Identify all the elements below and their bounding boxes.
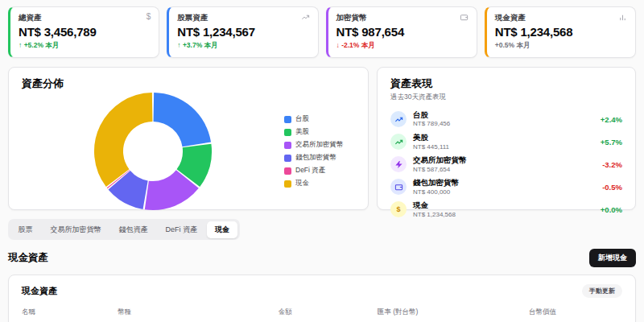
dashboard-page: 總資產 $ NT$ 3,456,789 ↑ +5.2% 本月 股票資產 NT$ … <box>0 0 644 322</box>
performance-row-wallet-crypto: 錢包加密貨幣NT$ 400,000 -0.5% <box>390 175 622 198</box>
column-header-twd-value: 台幣價值 <box>418 303 556 322</box>
chart-legend: 台股 美股 交易所加密貨幣 錢包加密貨幣 DeFi 資產 現金 <box>284 111 355 192</box>
column-header-actions <box>556 303 622 322</box>
cash-assets-table: 名稱 幣種 金額 匯率 (對台幣) 台幣價值 台幣現金 TWD 500,000 … <box>22 303 622 322</box>
bar-chart-icon <box>618 13 627 23</box>
performance-change: -0.5% <box>602 183 622 192</box>
manual-update-badge[interactable]: 手動更新 <box>582 284 622 298</box>
wallet-icon <box>460 13 469 23</box>
panel-subtitle: 過去30天資產表現 <box>390 93 622 102</box>
card-change: ↓ -2.1% 本月 <box>336 41 469 51</box>
asset-distribution-panel: 資產分佈 台股 美股 交易所加密貨幣 錢包加密貨幣 DeFi 資產 現金 <box>8 67 369 210</box>
wallet-icon <box>390 179 407 195</box>
up-arrow-icon: ↑ <box>177 41 180 49</box>
performance-row-cash: $ 現金NT$ 1,234,568 +0.0% <box>390 198 622 221</box>
legend-item: 美股 <box>284 127 355 137</box>
trending-up-icon <box>301 13 310 23</box>
performance-row-taiwan-stocks: 台股NT$ 789,456 +2.4% <box>390 108 622 130</box>
legend-swatch <box>284 129 291 136</box>
performance-row-exchange-crypto: 交易所加密貨幣NT$ 587,654 -3.2% <box>390 153 622 175</box>
column-header-currency: 幣種 <box>118 303 213 322</box>
legend-swatch <box>284 180 291 188</box>
card-label: 加密貨幣 <box>336 13 367 23</box>
stat-card-cash: 現金資產 NT$ 1,234,568 +0.5% 本月 <box>485 6 636 58</box>
tab-stocks[interactable]: 股票 <box>10 221 41 238</box>
trending-up-icon <box>390 134 407 150</box>
zap-icon <box>390 156 407 172</box>
performance-list: 台股NT$ 789,456 +2.4% 美股NT$ 445,111 +5.7% … <box>390 108 622 221</box>
legend-swatch <box>284 167 291 175</box>
performance-row-us-stocks: 美股NT$ 445,111 +5.7% <box>390 130 622 153</box>
card-change: +0.5% 本月 <box>495 41 627 51</box>
card-value: NT$ 1,234,567 <box>177 25 309 39</box>
trending-up-icon <box>390 111 407 127</box>
legend-item: 交易所加密貨幣 <box>284 140 355 150</box>
card-value: NT$ 987,654 <box>336 25 469 39</box>
stat-cards-row: 總資產 $ NT$ 3,456,789 ↑ +5.2% 本月 股票資產 NT$ … <box>8 6 636 58</box>
asset-type-tabs: 股票 交易所加密貨幣 錢包資產 DeFi 資產 現金 <box>8 219 240 240</box>
card-change: ↑ +3.7% 本月 <box>177 41 309 51</box>
legend-swatch <box>284 155 291 162</box>
dollar-icon: $ <box>147 13 151 21</box>
cash-section-heading: 現金資產 <box>8 251 48 265</box>
performance-change: +2.4% <box>601 115 622 124</box>
donut-slice-5 <box>94 93 152 187</box>
panel-title: 資產分佈 <box>22 76 355 91</box>
card-label: 現金資產 <box>495 13 526 23</box>
panel-title: 資產表現 <box>390 76 622 91</box>
legend-item: 現金 <box>284 179 355 188</box>
performance-change: +0.0% <box>601 205 622 214</box>
donut-chart <box>22 91 284 212</box>
legend-item: 台股 <box>284 114 355 124</box>
tab-defi-assets[interactable]: DeFi 資產 <box>158 221 206 238</box>
up-arrow-icon: ↑ <box>19 41 22 49</box>
stat-card-stocks: 股票資產 NT$ 1,234,567 ↑ +3.7% 本月 <box>167 6 318 58</box>
cash-card-title: 現金資產 <box>22 285 57 297</box>
tab-exchange-crypto[interactable]: 交易所加密貨幣 <box>43 221 109 238</box>
card-label: 總資產 <box>19 13 42 23</box>
cash-assets-card: 現金資產 手動更新 名稱 幣種 金額 匯率 (對台幣) 台幣價值 台幣現金 TW… <box>8 275 636 322</box>
column-header-amount: 金額 <box>214 303 292 322</box>
stat-card-crypto: 加密貨幣 NT$ 987,654 ↓ -2.1% 本月 <box>326 6 477 58</box>
add-cash-button[interactable]: 新增現金 <box>589 249 636 267</box>
column-header-name: 名稱 <box>22 303 118 322</box>
legend-swatch <box>284 142 291 149</box>
card-value: NT$ 3,456,789 <box>19 25 151 39</box>
tab-cash[interactable]: 現金 <box>207 221 237 238</box>
stat-card-total-assets: 總資產 $ NT$ 3,456,789 ↑ +5.2% 本月 <box>8 6 159 58</box>
column-header-rate: 匯率 (對台幣) <box>292 303 419 322</box>
legend-item: DeFi 資產 <box>284 166 355 175</box>
asset-performance-panel: 資產表現 過去30天資產表現 台股NT$ 789,456 +2.4% 美股NT$… <box>377 67 636 210</box>
legend-item: 錢包加密貨幣 <box>284 153 355 163</box>
donut-slice-0 <box>154 93 212 147</box>
card-value: NT$ 1,234,568 <box>495 25 627 39</box>
performance-change: -3.2% <box>602 160 622 169</box>
legend-swatch <box>284 116 291 123</box>
tab-wallet-assets[interactable]: 錢包資產 <box>111 221 156 238</box>
performance-change: +5.7% <box>601 138 622 147</box>
dollar-icon: $ <box>390 201 407 217</box>
card-label: 股票資產 <box>177 13 208 23</box>
down-arrow-icon: ↓ <box>336 41 340 49</box>
card-change: ↑ +5.2% 本月 <box>19 41 151 51</box>
